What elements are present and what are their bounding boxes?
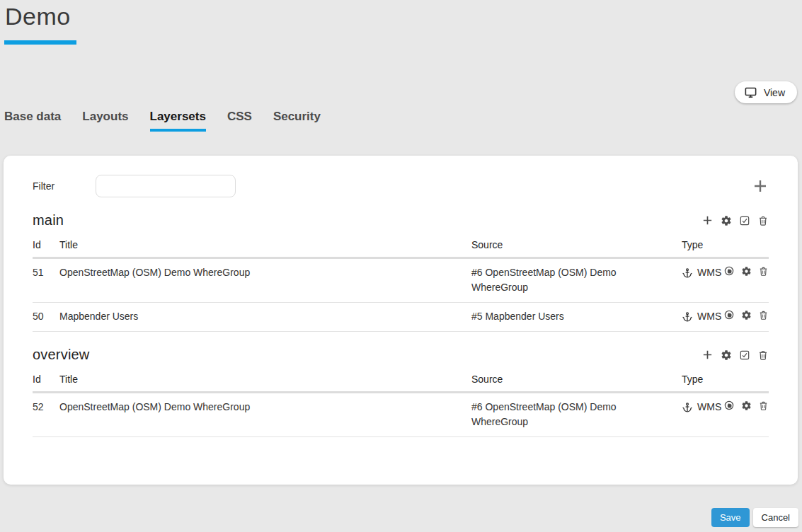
row-actions bbox=[723, 400, 769, 411]
row-actions bbox=[723, 265, 769, 277]
toggle-layerset-button[interactable] bbox=[739, 215, 750, 226]
tab-layouts[interactable]: Layouts bbox=[82, 110, 128, 132]
footer-actions: Save Cancel bbox=[711, 508, 798, 527]
tab-security[interactable]: Security bbox=[273, 110, 321, 132]
layersets-panel: Filter main bbox=[4, 156, 798, 485]
cell-source: #5 Mapbender Users bbox=[471, 309, 564, 324]
save-button[interactable]: Save bbox=[711, 508, 750, 527]
row-actions bbox=[723, 309, 769, 320]
anchor-icon bbox=[682, 402, 693, 413]
layerset-section-main: main Id Title Source bbox=[33, 212, 769, 332]
view-button[interactable]: View bbox=[735, 81, 797, 103]
monitor-icon bbox=[744, 86, 757, 99]
cell-source: #6 OpenStreetMap (OSM) Demo WhereGroup bbox=[471, 400, 621, 429]
eye-icon bbox=[723, 309, 735, 320]
edit-layerset-button[interactable] bbox=[721, 215, 732, 226]
plus-icon bbox=[701, 214, 714, 226]
table-row: 50 Mapbender Users #5 Mapbender Users WM… bbox=[33, 303, 769, 332]
cell-source: #6 OpenStreetMap (OSM) Demo WhereGroup bbox=[471, 265, 621, 295]
cell-id: 52 bbox=[33, 400, 59, 429]
anchor-icon bbox=[682, 311, 693, 323]
cell-title: OpenStreetMap (OSM) Demo WhereGroup bbox=[59, 265, 471, 295]
tab-layersets[interactable]: Layersets bbox=[150, 110, 206, 132]
column-header-type: Type bbox=[682, 239, 769, 250]
cell-type: WMS bbox=[697, 400, 721, 415]
add-instance-button[interactable] bbox=[701, 349, 714, 361]
edit-layerset-button[interactable] bbox=[721, 349, 732, 361]
section-title: main bbox=[33, 212, 64, 229]
cell-id: 51 bbox=[33, 265, 59, 295]
add-layerset-button[interactable] bbox=[752, 178, 769, 195]
cancel-button[interactable]: Cancel bbox=[753, 508, 798, 527]
gear-icon bbox=[741, 310, 752, 320]
trash-icon bbox=[758, 310, 769, 320]
eye-icon bbox=[723, 400, 735, 411]
column-header-type: Type bbox=[682, 374, 769, 385]
view-button-label: View bbox=[764, 87, 785, 98]
column-header-id: Id bbox=[33, 374, 59, 385]
tab-bar: Base data Layouts Layersets CSS Security bbox=[4, 110, 321, 132]
section-title: overview bbox=[33, 347, 90, 363]
layerset-table: Id Title Source Type 52 OpenStreetMap (O… bbox=[33, 374, 769, 437]
gear-icon bbox=[721, 349, 732, 361]
visibility-button[interactable] bbox=[723, 400, 735, 411]
section-toolbar bbox=[701, 349, 769, 361]
column-header-title: Title bbox=[59, 239, 471, 250]
edit-instance-button[interactable] bbox=[741, 266, 752, 277]
column-header-source: Source bbox=[471, 239, 682, 250]
visibility-button[interactable] bbox=[723, 265, 735, 277]
delete-instance-button[interactable] bbox=[758, 310, 769, 320]
trash-icon bbox=[757, 215, 769, 226]
plus-icon bbox=[701, 349, 714, 361]
edit-instance-button[interactable] bbox=[741, 400, 752, 411]
gear-icon bbox=[741, 400, 752, 411]
checkbox-checked-icon bbox=[739, 349, 750, 361]
cell-title: Mapbender Users bbox=[59, 309, 471, 324]
table-row: 52 OpenStreetMap (OSM) Demo WhereGroup #… bbox=[33, 393, 769, 437]
table-header: Id Title Source Type bbox=[33, 239, 769, 259]
cell-type: WMS bbox=[697, 265, 721, 280]
cell-type: WMS bbox=[697, 309, 721, 324]
delete-instance-button[interactable] bbox=[758, 400, 769, 411]
trash-icon bbox=[758, 266, 769, 277]
column-header-source: Source bbox=[471, 374, 682, 385]
delete-layerset-button[interactable] bbox=[757, 349, 769, 361]
delete-instance-button[interactable] bbox=[758, 266, 769, 277]
layerset-section-overview: overview Id Title Source bbox=[33, 347, 769, 437]
tab-css[interactable]: CSS bbox=[227, 110, 252, 132]
cell-title: OpenStreetMap (OSM) Demo WhereGroup bbox=[59, 400, 471, 429]
delete-layerset-button[interactable] bbox=[757, 215, 769, 226]
eye-icon bbox=[723, 265, 735, 277]
checkbox-checked-icon bbox=[739, 215, 750, 226]
tab-base-data[interactable]: Base data bbox=[4, 110, 61, 132]
gear-icon bbox=[741, 266, 752, 277]
filter-input[interactable] bbox=[96, 175, 236, 197]
trash-icon bbox=[758, 400, 769, 411]
title-underline bbox=[4, 40, 76, 45]
cell-id: 50 bbox=[33, 309, 59, 324]
trash-icon bbox=[757, 349, 769, 361]
visibility-button[interactable] bbox=[723, 309, 735, 320]
column-header-id: Id bbox=[33, 239, 59, 250]
add-instance-button[interactable] bbox=[701, 214, 714, 226]
plus-icon bbox=[752, 178, 769, 195]
table-row: 51 OpenStreetMap (OSM) Demo WhereGroup #… bbox=[33, 259, 769, 303]
gear-icon bbox=[721, 215, 732, 226]
page-title: Demo bbox=[5, 0, 71, 33]
filter-row: Filter bbox=[33, 175, 769, 197]
filter-label: Filter bbox=[33, 180, 96, 192]
table-header: Id Title Source Type bbox=[33, 374, 769, 393]
section-toolbar bbox=[701, 214, 769, 226]
edit-instance-button[interactable] bbox=[741, 310, 752, 320]
toggle-layerset-button[interactable] bbox=[739, 349, 750, 361]
anchor-icon bbox=[682, 267, 693, 279]
layerset-table: Id Title Source Type 51 OpenStreetMap (O… bbox=[33, 239, 769, 332]
column-header-title: Title bbox=[59, 374, 471, 385]
